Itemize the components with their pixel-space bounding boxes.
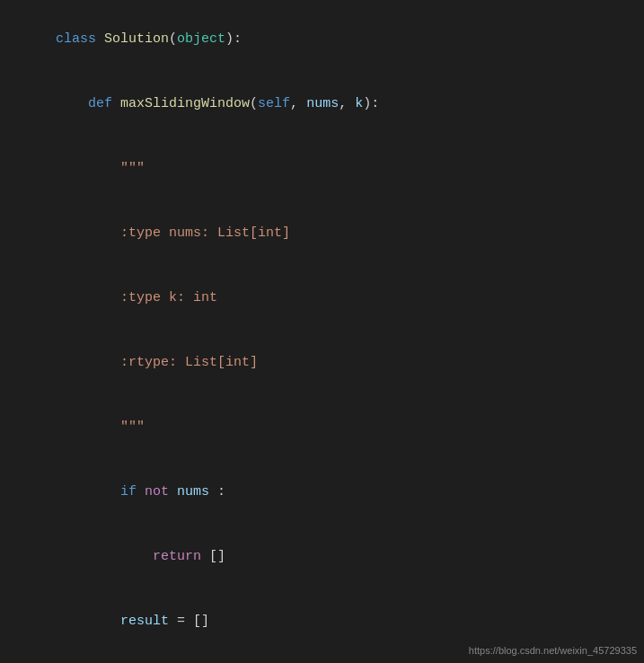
code-line-9: return []	[0, 525, 644, 589]
keyword-class: class	[56, 31, 104, 47]
code-line-4: :type nums: List[int]	[0, 201, 644, 266]
code-editor: class Solution(object): def maxSlidingWi…	[0, 0, 644, 663]
code-line-3: """	[0, 137, 644, 201]
watermark: https://blog.csdn.net/weixin_45729335	[469, 643, 637, 659]
code-line-8: if not nums :	[0, 460, 644, 525]
code-line-7: """	[0, 395, 644, 460]
code-line-6: :rtype: List[int]	[0, 331, 644, 395]
code-line-1: class Solution(object):	[0, 7, 644, 72]
code-line-5: :type k: int	[0, 266, 644, 331]
code-line-2: def maxSlidingWindow(self, nums, k):	[0, 72, 644, 137]
